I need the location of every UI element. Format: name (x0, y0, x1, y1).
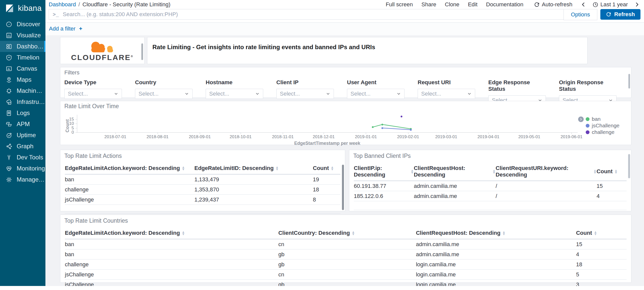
dashboard-header-title: Rate Limiting - Get insights into rate l… (152, 44, 375, 50)
column-header-count[interactable]: Count▲▼ (597, 162, 627, 181)
legend-item-challenge[interactable]: challenge (586, 129, 628, 135)
filter-select-hostname[interactable]: Select... (206, 89, 263, 99)
column-header-edgeratelimitaction-keyword-descending[interactable]: EdgeRateLimitAction.keyword: Descending▲… (65, 162, 194, 174)
menu-item-edit[interactable]: Edit (468, 1, 477, 8)
search-input[interactable] (62, 11, 560, 18)
sidebar-item-graph[interactable]: Graph (0, 141, 45, 152)
table-cell: / (496, 191, 597, 201)
filter-select-client-ip[interactable]: Select... (276, 89, 334, 99)
chart-legend: banjsChallengechallenge (578, 110, 628, 146)
column-header-edgeratelimitaction-keyword-descending[interactable]: EdgeRateLimitAction.keyword: Descending▲… (65, 227, 278, 239)
sidebar-item-apm[interactable]: APM (0, 119, 45, 130)
table-cell: 185.122.0.6 (354, 191, 414, 201)
infrastructure-cloud-icon (6, 99, 12, 105)
heartbeat-icon (6, 165, 12, 172)
table-cell: admin.camilia.me (416, 249, 576, 259)
sidebar-item-visualize[interactable]: Visualize (0, 30, 45, 41)
menu-item-share[interactable]: Share (421, 1, 436, 8)
top-toolbar: Dashboard / Cloudflare - Security (Rate … (45, 0, 644, 23)
legend-toggle-icon[interactable] (578, 117, 584, 122)
column-header-label: Count (597, 168, 613, 175)
table-cell: challenge (65, 185, 194, 194)
panel-top-banned-client-ips: Top Banned Client IPs ClientIP.ip: Desce… (349, 150, 631, 211)
filter-select-device-type[interactable]: Select... (64, 89, 122, 99)
time-next-button[interactable] (634, 2, 639, 8)
x-axis-tick-label: 2019-02-01 (397, 134, 419, 139)
filter-select-country[interactable]: Select... (135, 89, 193, 99)
column-header-clientrequesturi-keyword-descending[interactable]: ClientRequestURI.keyword: Descending▲▼ (496, 162, 597, 181)
column-header-edgeratelimitid-descending[interactable]: EdgeRateLimitID: Descending▲▼ (194, 162, 313, 174)
table-cell: admin.camilia.me (414, 191, 496, 201)
sidebar-item-canvas[interactable]: Canvas (0, 63, 45, 74)
scrollbar-thumb[interactable] (628, 154, 630, 178)
table-cell: gb (278, 259, 416, 269)
options-button[interactable]: Options (564, 9, 597, 20)
sidebar-item-logs[interactable]: Logs (0, 107, 45, 119)
sidebar-item-dashboard[interactable]: Dashboard (0, 41, 45, 52)
table-row: bangbadmin.camilia.me4 (65, 249, 627, 259)
x-axis-tick-label: 2019-04-01 (477, 134, 499, 139)
menu-item-full-screen[interactable]: Full screen (386, 1, 413, 8)
sidebar-item-dev-tools[interactable]: Dev Tools (0, 152, 45, 163)
column-header-label: Count (313, 165, 329, 171)
breadcrumb-dashboard-link[interactable]: Dashboard (49, 1, 76, 8)
legend-item-ban[interactable]: ban (586, 116, 628, 122)
add-filter-plus-icon[interactable]: + (79, 25, 82, 32)
table-cell: 15 (576, 239, 627, 249)
menu-item-clone[interactable]: Clone (445, 1, 459, 8)
y-axis-tick-label: 5 (72, 126, 74, 131)
console-prompt-icon: >_ (53, 12, 59, 17)
y-axis-tick-label: 15 (69, 117, 74, 122)
time-range-picker[interactable]: Last 1 year (593, 1, 628, 8)
column-header-clientip-ip-descending[interactable]: ClientIP.ip: Descending▲▼ (354, 162, 414, 181)
menu-item-documentation[interactable]: Documentation (486, 1, 523, 8)
legend-item-jschallenge[interactable]: jsChallenge (586, 122, 628, 129)
sidebar-item-discover[interactable]: Discover (0, 19, 45, 30)
table-cell: login.camilia.me (416, 259, 576, 269)
scrollbar-thumb[interactable] (628, 74, 630, 89)
uptime-check-icon (6, 132, 12, 139)
sidebar-item-uptime[interactable]: Uptime (0, 130, 45, 141)
sidebar-item-machine-le[interactable]: Machine Le... (0, 85, 45, 96)
x-axis-tick-label: 2018-12-01 (313, 134, 335, 139)
add-filter-link[interactable]: Add a filter (49, 25, 75, 32)
sort-icon: ▲▼ (182, 231, 185, 235)
x-axis-tick-mark (529, 132, 529, 134)
column-header-count[interactable]: Count▲▼ (576, 227, 627, 239)
column-header-label: ClientRequestHost: Descending (414, 165, 491, 178)
auto-refresh-button[interactable]: Auto-refresh (534, 1, 572, 8)
select-placeholder: Select... (280, 91, 300, 97)
sidebar-item-management[interactable]: Management (0, 174, 45, 185)
refresh-button[interactable]: Refresh (600, 9, 640, 20)
kibana-app: kibana DiscoverVisualizeDashboardTimelio… (0, 0, 644, 286)
column-header-clientrequesthost-descending[interactable]: ClientRequestHost: Descending▲▼ (416, 227, 576, 239)
countries-table: EdgeRateLimitAction.keyword: Descending▲… (60, 227, 631, 286)
sidebar-item-infrastructure[interactable]: Infrastructure (0, 96, 45, 107)
main-area: Dashboard / Cloudflare - Security (Rate … (45, 0, 644, 286)
column-header-clientcountry-descending[interactable]: ClientCountry: Descending▲▼ (278, 227, 416, 239)
search-box: >_ (49, 9, 564, 20)
sidebar-item-label: APM (17, 121, 30, 128)
sidebar-item-timelion[interactable]: Timelion (0, 52, 45, 63)
filter-label: Device Type (64, 79, 122, 86)
x-axis-tick-mark (446, 132, 446, 134)
kibana-logo[interactable]: kibana (0, 0, 45, 17)
scrollbar-thumb[interactable] (141, 43, 143, 60)
scrollbar-thumb[interactable] (342, 165, 344, 210)
table-cell: 1,239,437 (194, 195, 313, 205)
wrench-icon (6, 154, 12, 161)
time-prev-button[interactable] (581, 2, 586, 8)
column-header-count[interactable]: Count▲▼ (313, 162, 340, 174)
panel-top-rate-limit-countries: Top Rate Limit Countries EdgeRateLimitAc… (60, 215, 631, 283)
filter-select-user-agent[interactable]: Select... (347, 89, 405, 99)
table-cell: cn (278, 239, 416, 249)
sidebar-item-monitoring[interactable]: Monitoring (0, 163, 45, 174)
y-axis-tick-label: 0 (72, 130, 74, 135)
filter-label: Country (135, 79, 193, 86)
column-header-clientrequesthost-descending[interactable]: ClientRequestHost: Descending▲▼ (414, 162, 496, 181)
chart-point-ban (372, 126, 374, 128)
chart-plot: 051015 (77, 115, 578, 133)
filter-select-request-uri[interactable]: Select... (418, 89, 475, 99)
sidebar-item-maps[interactable]: Maps (0, 74, 45, 85)
banned-ips-panel-title: Top Banned Client IPs (349, 150, 631, 159)
